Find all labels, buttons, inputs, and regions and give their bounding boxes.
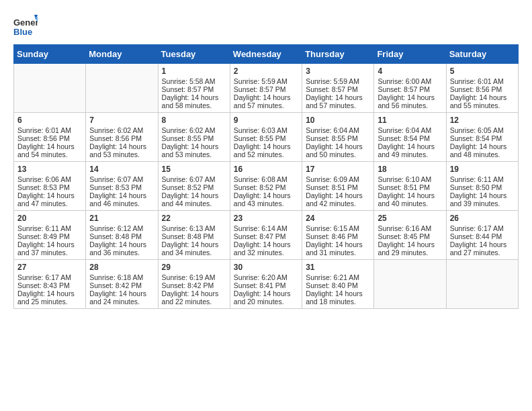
- cell-info-line: Daylight: 14 hours and 57 minutes.: [234, 93, 298, 109]
- cell-info-line: Sunset: 8:42 PM: [162, 281, 226, 289]
- calendar-cell: 25Sunrise: 6:16 AMSunset: 8:45 PMDayligh…: [374, 211, 446, 260]
- calendar-cell: 14Sunrise: 6:07 AMSunset: 8:53 PMDayligh…: [86, 162, 158, 211]
- cell-info-line: Sunrise: 6:08 AM: [234, 175, 298, 183]
- cell-info-line: Daylight: 14 hours and 50 minutes.: [306, 142, 370, 158]
- calendar-cell: 19Sunrise: 6:11 AMSunset: 8:50 PMDayligh…: [446, 162, 518, 211]
- cell-info-line: Sunset: 8:51 PM: [306, 183, 370, 191]
- cell-day-number: 4: [378, 66, 442, 76]
- cell-day-number: 29: [162, 263, 226, 272]
- cell-day-number: 3: [306, 66, 370, 76]
- week-row-5: 27Sunrise: 6:17 AMSunset: 8:43 PMDayligh…: [14, 260, 519, 309]
- calendar-cell: [14, 64, 86, 113]
- cell-info-line: Sunset: 8:56 PM: [89, 134, 154, 142]
- cell-day-number: 23: [234, 214, 298, 223]
- weekday-header-saturday: Saturday: [446, 45, 518, 64]
- cell-day-number: 27: [17, 263, 82, 272]
- cell-info-line: Daylight: 14 hours and 55 minutes.: [450, 93, 515, 109]
- page-header: General Blue: [13, 13, 519, 38]
- cell-info-line: Sunrise: 6:11 AM: [17, 224, 82, 232]
- cell-info-line: Daylight: 14 hours and 42 minutes.: [306, 191, 370, 208]
- weekday-header-monday: Monday: [86, 45, 158, 64]
- cell-info-line: Sunrise: 6:11 AM: [450, 175, 515, 183]
- calendar-table: SundayMondayTuesdayWednesdayThursdayFrid…: [13, 44, 519, 309]
- cell-info-line: Sunset: 8:41 PM: [234, 281, 298, 289]
- weekday-header-tuesday: Tuesday: [158, 45, 230, 64]
- cell-info-line: Sunset: 8:54 PM: [378, 134, 442, 142]
- calendar-cell: 23Sunrise: 6:14 AMSunset: 8:47 PMDayligh…: [230, 211, 302, 260]
- cell-info-line: Sunrise: 6:04 AM: [306, 126, 370, 134]
- calendar-cell: [374, 260, 446, 309]
- logo: General Blue: [13, 13, 38, 38]
- cell-info-line: Daylight: 14 hours and 25 minutes.: [17, 289, 82, 306]
- cell-info-line: Sunset: 8:55 PM: [306, 134, 370, 142]
- cell-info-line: Sunrise: 5:58 AM: [162, 77, 226, 85]
- cell-info-line: Daylight: 14 hours and 53 minutes.: [162, 142, 226, 158]
- cell-day-number: 25: [378, 214, 442, 223]
- cell-info-line: Daylight: 14 hours and 37 minutes.: [17, 240, 82, 257]
- cell-info-line: Sunrise: 5:59 AM: [306, 77, 370, 85]
- cell-info-line: Sunrise: 6:05 AM: [450, 126, 515, 134]
- cell-info-line: Daylight: 14 hours and 18 minutes.: [306, 289, 370, 306]
- cell-info-line: Sunrise: 5:59 AM: [234, 77, 298, 85]
- cell-day-number: 7: [89, 116, 154, 125]
- cell-info-line: Sunrise: 6:14 AM: [234, 224, 298, 232]
- weekday-header-thursday: Thursday: [302, 45, 374, 64]
- cell-info-line: Sunset: 8:57 PM: [378, 85, 442, 93]
- cell-info-line: Sunrise: 6:01 AM: [450, 77, 515, 85]
- cell-day-number: 17: [306, 165, 370, 174]
- calendar-cell: 31Sunrise: 6:21 AMSunset: 8:40 PMDayligh…: [302, 260, 374, 309]
- calendar-cell: 9Sunrise: 6:03 AMSunset: 8:55 PMDaylight…: [230, 113, 302, 162]
- cell-day-number: 22: [162, 214, 226, 223]
- week-row-2: 6Sunrise: 6:01 AMSunset: 8:56 PMDaylight…: [14, 113, 519, 162]
- weekday-header-sunday: Sunday: [14, 45, 86, 64]
- cell-day-number: 28: [89, 263, 154, 272]
- cell-info-line: Sunrise: 6:16 AM: [378, 224, 442, 232]
- cell-info-line: Sunset: 8:48 PM: [89, 232, 154, 240]
- cell-info-line: Daylight: 14 hours and 46 minutes.: [89, 191, 154, 208]
- cell-info-line: Daylight: 14 hours and 36 minutes.: [89, 240, 154, 257]
- cell-info-line: Sunrise: 6:21 AM: [306, 273, 370, 281]
- cell-info-line: Sunset: 8:54 PM: [450, 134, 515, 142]
- calendar-cell: 1Sunrise: 5:58 AMSunset: 8:57 PMDaylight…: [158, 64, 230, 113]
- cell-info-line: Daylight: 14 hours and 39 minutes.: [450, 191, 515, 208]
- cell-info-line: Sunset: 8:57 PM: [234, 85, 298, 93]
- cell-info-line: Sunset: 8:57 PM: [306, 85, 370, 93]
- calendar-cell: 20Sunrise: 6:11 AMSunset: 8:49 PMDayligh…: [14, 211, 86, 260]
- calendar-cell: 16Sunrise: 6:08 AMSunset: 8:52 PMDayligh…: [230, 162, 302, 211]
- cell-info-line: Sunset: 8:47 PM: [234, 232, 298, 240]
- cell-info-line: Sunset: 8:52 PM: [162, 183, 226, 191]
- cell-info-line: Daylight: 14 hours and 56 minutes.: [378, 93, 442, 109]
- cell-info-line: Sunrise: 6:13 AM: [162, 224, 226, 232]
- cell-day-number: 24: [306, 214, 370, 223]
- calendar-cell: 4Sunrise: 6:00 AMSunset: 8:57 PMDaylight…: [374, 64, 446, 113]
- cell-day-number: 31: [306, 263, 370, 272]
- cell-info-line: Sunrise: 6:20 AM: [234, 273, 298, 281]
- cell-info-line: Sunset: 8:52 PM: [234, 183, 298, 191]
- cell-info-line: Sunrise: 6:17 AM: [17, 273, 82, 281]
- cell-day-number: 12: [450, 116, 515, 125]
- calendar-cell: 24Sunrise: 6:15 AMSunset: 8:46 PMDayligh…: [302, 211, 374, 260]
- cell-info-line: Sunset: 8:53 PM: [17, 183, 82, 191]
- cell-info-line: Daylight: 14 hours and 40 minutes.: [378, 191, 442, 208]
- cell-info-line: Sunset: 8:43 PM: [17, 281, 82, 289]
- cell-info-line: Sunset: 8:42 PM: [89, 281, 154, 289]
- cell-info-line: Daylight: 14 hours and 47 minutes.: [17, 191, 82, 208]
- cell-info-line: Sunrise: 6:19 AM: [162, 273, 226, 281]
- cell-info-line: Daylight: 14 hours and 58 minutes.: [162, 93, 226, 109]
- calendar-cell: 8Sunrise: 6:02 AMSunset: 8:55 PMDaylight…: [158, 113, 230, 162]
- cell-info-line: Sunset: 8:55 PM: [234, 134, 298, 142]
- cell-info-line: Daylight: 14 hours and 53 minutes.: [89, 142, 154, 158]
- cell-info-line: Daylight: 14 hours and 34 minutes.: [162, 240, 226, 257]
- cell-info-line: Daylight: 14 hours and 20 minutes.: [234, 289, 298, 306]
- cell-day-number: 11: [378, 116, 442, 125]
- calendar-cell: 29Sunrise: 6:19 AMSunset: 8:42 PMDayligh…: [158, 260, 230, 309]
- cell-info-line: Daylight: 14 hours and 27 minutes.: [450, 240, 515, 257]
- cell-info-line: Sunrise: 6:18 AM: [89, 273, 154, 281]
- weekday-header-row: SundayMondayTuesdayWednesdayThursdayFrid…: [14, 45, 519, 64]
- cell-day-number: 5: [450, 66, 515, 76]
- weekday-header-friday: Friday: [374, 45, 446, 64]
- calendar-cell: 26Sunrise: 6:17 AMSunset: 8:44 PMDayligh…: [446, 211, 518, 260]
- cell-info-line: Daylight: 14 hours and 29 minutes.: [378, 240, 442, 257]
- cell-info-line: Sunrise: 6:12 AM: [89, 224, 154, 232]
- cell-info-line: Daylight: 14 hours and 22 minutes.: [162, 289, 226, 306]
